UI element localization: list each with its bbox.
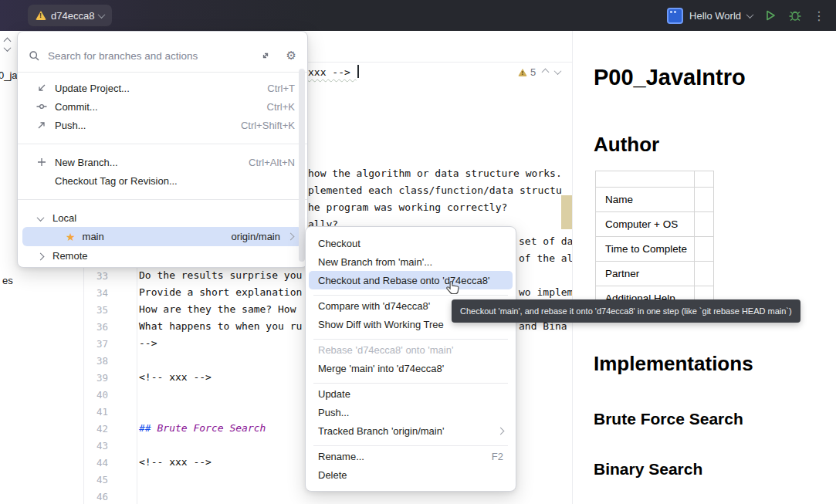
open-in-new-window-icon[interactable] bbox=[260, 50, 271, 61]
next-problem-icon[interactable] bbox=[554, 67, 562, 75]
menu-item-rename[interactable]: Rename... F2 bbox=[309, 447, 513, 465]
preview-heading-author: Author bbox=[594, 133, 659, 157]
branch-item-main[interactable]: ★ main origin/main bbox=[22, 227, 303, 246]
inspections-widget[interactable]: 5 bbox=[518, 66, 560, 78]
preview-title: P00_JavaIntro bbox=[594, 65, 746, 90]
push-icon bbox=[36, 120, 48, 130]
chevron-down-icon bbox=[746, 11, 754, 19]
chevron-right-icon bbox=[38, 250, 43, 262]
branch-name: main bbox=[83, 231, 232, 242]
menu-item-new-branch-from[interactable]: New Branch from 'main'... bbox=[309, 252, 513, 271]
warnings-icon bbox=[518, 69, 527, 76]
preview-heading-implementations: Implementations bbox=[594, 352, 753, 376]
menu-item-commit[interactable]: Commit... Ctrl+K bbox=[18, 97, 307, 116]
table-row: Time to Complete bbox=[596, 237, 714, 262]
text-caret bbox=[357, 65, 359, 78]
run-config-icon bbox=[667, 8, 683, 24]
favorite-star-icon: ★ bbox=[66, 231, 76, 243]
editor-line: <!-- xxx --> bbox=[139, 370, 212, 385]
warning-icon bbox=[36, 11, 46, 20]
editor-line: xxx --> bbox=[308, 65, 357, 80]
editor-line: Provide a short explanation bbox=[139, 285, 302, 300]
menu-item-push[interactable]: Push... bbox=[309, 403, 513, 421]
scrollbar-warning-marker[interactable] bbox=[561, 195, 572, 229]
editor-line: plemented each class/function/data struc… bbox=[308, 183, 562, 198]
plus-icon bbox=[36, 157, 48, 167]
markdown-preview-panel: P00_JavaIntro Author Name Computer + OS … bbox=[572, 31, 836, 504]
group-local[interactable]: Local bbox=[18, 208, 307, 227]
menu-item-update-project[interactable]: Update Project... Ctrl+T bbox=[18, 79, 307, 97]
settings-gear-icon[interactable]: ⚙ bbox=[286, 49, 296, 63]
submenu-arrow-icon bbox=[287, 233, 295, 241]
editor-line: What happens to when you ru bbox=[139, 319, 302, 334]
group-remote[interactable]: Remote bbox=[18, 246, 307, 265]
editor-line-markdown-heading: ## Brute Force Search bbox=[139, 421, 266, 436]
menu-item-rebase-onto: Rebase 'd74ecca8' onto 'main' bbox=[309, 340, 513, 359]
preview-heading-binary-search: Binary Search bbox=[594, 460, 702, 479]
menu-item-new-branch[interactable]: New Branch... Ctrl+Alt+N bbox=[18, 153, 307, 171]
search-placeholder: Search for branches and actions bbox=[48, 50, 252, 62]
branch-widget-label: d74ecca8 bbox=[51, 10, 94, 22]
editor-line: wo implem bbox=[519, 285, 573, 300]
menu-item-push[interactable]: Push... Ctrl+Shift+K bbox=[18, 116, 307, 134]
git-branch-widget[interactable]: d74ecca8 bbox=[28, 5, 112, 26]
warning-count: 5 bbox=[530, 66, 536, 78]
hand-cursor bbox=[445, 280, 461, 297]
editor-line: of the al bbox=[519, 251, 573, 266]
branch-context-menu: Checkout New Branch from 'main'... Check… bbox=[305, 226, 516, 492]
table-row bbox=[596, 171, 714, 188]
table-row: Partner bbox=[596, 262, 714, 286]
main-toolbar: d74ecca8 Hello World ⋮ bbox=[0, 0, 836, 31]
editor-line: How are they the same? How bbox=[139, 302, 302, 317]
menu-item-tracked-branch[interactable]: Tracked Branch 'origin/main' bbox=[309, 421, 513, 440]
editor-line: set of da bbox=[519, 234, 573, 249]
search-icon bbox=[29, 50, 40, 62]
editor-line: <!-- xxx --> bbox=[139, 455, 212, 470]
editor-line: how the algorithm or data structure work… bbox=[308, 166, 562, 181]
branch-search-field[interactable]: Search for branches and actions ⚙ bbox=[18, 42, 307, 69]
menu-item-checkout-and-rebase[interactable]: Checkout and Rebase onto 'd74ecca8' bbox=[309, 271, 513, 289]
project-file-fragment[interactable]: es bbox=[2, 275, 13, 286]
run-config-selector[interactable]: Hello World bbox=[667, 8, 753, 24]
tool-window-scroll-icon[interactable] bbox=[5, 39, 10, 52]
debug-button[interactable] bbox=[788, 8, 802, 22]
git-branches-popup: Search for branches and actions ⚙ Update… bbox=[17, 31, 308, 268]
menu-item-checkout-tag[interactable]: Checkout Tag or Revision... bbox=[18, 171, 307, 190]
editor-line: he program was working correctly? bbox=[308, 200, 507, 215]
tracking-branch: origin/main bbox=[231, 231, 280, 242]
previous-problem-icon[interactable] bbox=[542, 69, 550, 76]
chevron-down-icon bbox=[38, 212, 43, 224]
line-number-gutter: 3334 3536 3738 3940 4142 4344 4546 bbox=[76, 268, 108, 504]
update-project-icon bbox=[36, 83, 48, 93]
run-button[interactable] bbox=[763, 8, 777, 22]
commit-icon bbox=[36, 101, 48, 112]
more-actions-kebab-icon[interactable]: ⋮ bbox=[813, 8, 825, 23]
popup-scrollbar[interactable] bbox=[299, 69, 305, 262]
preview-heading-brute-force: Brute Force Search bbox=[594, 410, 743, 428]
editor-line: Do the results surprise you bbox=[139, 268, 302, 283]
chevron-down-icon bbox=[98, 11, 106, 19]
run-config-label: Hello World bbox=[689, 10, 741, 22]
author-table: Name Computer + OS Time to Complete Part… bbox=[595, 171, 714, 311]
menu-item-checkout[interactable]: Checkout bbox=[309, 234, 513, 252]
table-row: Name bbox=[596, 188, 714, 212]
editor-line: --> bbox=[139, 336, 157, 351]
menu-item-update[interactable]: Update bbox=[309, 384, 513, 403]
run-toolbar-group: Hello World ⋮ bbox=[667, 0, 836, 31]
submenu-arrow-icon bbox=[497, 427, 505, 435]
ide-window: d74ecca8 Hello World ⋮ 0_jav es bbox=[0, 0, 836, 504]
menu-item-delete[interactable]: Delete bbox=[309, 465, 513, 484]
menu-item-merge-into[interactable]: Merge 'main' into 'd74ecca8' bbox=[309, 359, 513, 377]
action-tooltip: Checkout 'main', and rebase it onto 'd74… bbox=[452, 299, 800, 323]
table-row: Computer + OS bbox=[596, 212, 714, 237]
